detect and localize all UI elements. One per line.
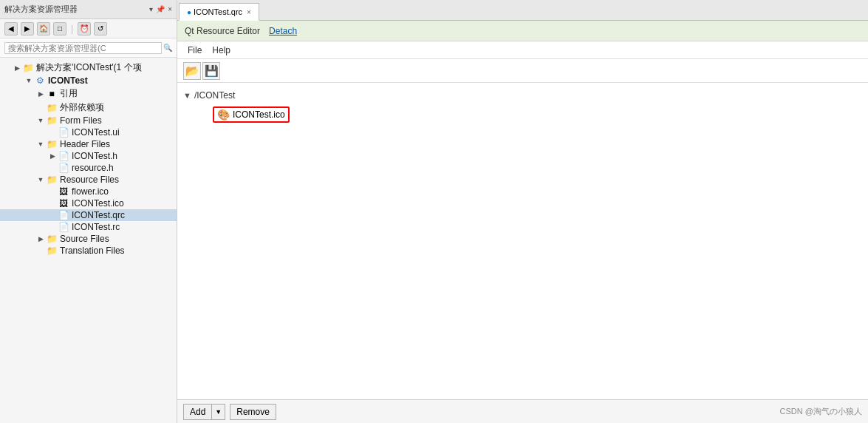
icontest-h-label: ICONTest.h <box>72 151 117 161</box>
menu-help[interactable]: Help <box>208 44 235 56</box>
tree-item-resource-h[interactable]: 📄 resource.h <box>0 162 177 174</box>
menu-file[interactable]: File <box>183 44 206 56</box>
undo-button[interactable]: ↺ <box>94 22 107 35</box>
resource-h-icon: 📄 <box>58 163 69 173</box>
resource-h-label: resource.h <box>72 163 114 173</box>
ui-file-icon: 📄 <box>58 127 69 138</box>
search-icon[interactable]: 🔍 <box>163 44 172 52</box>
project-item[interactable]: ▼ ⚙ ICONTest <box>0 75 177 87</box>
translation-folder-icon: 📁 <box>46 246 58 256</box>
source-arrow: ▶ <box>35 235 46 243</box>
tree-item-icontest-h[interactable]: ▶ 📄 ICONTest.h <box>0 150 177 162</box>
bottom-bar: Add ▼ Remove CSDN @淘气の小狼人 <box>177 399 868 423</box>
icontest-ico-label: ICONTest.ico <box>72 198 124 209</box>
tab-dot: ● <box>187 8 191 16</box>
flower-ico-label: flower.ico <box>72 186 109 197</box>
form-arrow: ▼ <box>35 117 46 124</box>
tab-label: ICONTest.qrc <box>194 7 242 16</box>
ref-label: 引用 <box>60 87 78 100</box>
form-folder-icon: 📁 <box>46 115 58 126</box>
ref-arrow: ▶ <box>35 90 46 98</box>
rc-file-icon: 📄 <box>58 222 69 232</box>
project-arrow: ▼ <box>24 77 34 84</box>
close-icon[interactable]: × <box>168 5 172 13</box>
tree-container: ▶ 📁 解决方案'ICONTest'(1 个项 ▼ ⚙ ICONTest ▶ ■… <box>0 58 177 423</box>
resource-content: ▼ /ICONTest 🎨 ICONTest.ico <box>177 83 868 399</box>
folder-open-icon: 📂 <box>185 64 199 78</box>
remove-button[interactable]: Remove <box>230 404 276 420</box>
solution-icon: 📁 <box>22 63 34 73</box>
right-panel: ● ICONTest.qrc × Qt Resource Editor Deta… <box>177 0 868 423</box>
solution-root-item[interactable]: ▶ 📁 解决方案'ICONTest'(1 个项 <box>0 61 177 75</box>
resource-folder-label: /ICONTest <box>194 90 235 101</box>
tree-item-icontest-ui[interactable]: 📄 ICONTest.ui <box>0 126 177 138</box>
tree-item-form-files[interactable]: ▼ 📁 Form Files <box>0 115 177 126</box>
tree-item-ref[interactable]: ▶ ■ 引用 <box>0 87 177 101</box>
history-button[interactable]: ⏰ <box>78 22 91 35</box>
search-bar: 🔍 <box>0 38 177 58</box>
home-button[interactable]: 🏠 <box>37 22 50 35</box>
add-dropdown-arrow[interactable]: ▼ <box>212 405 225 419</box>
dock-icon[interactable]: 📌 <box>156 5 165 13</box>
detach-link[interactable]: Detach <box>269 26 297 36</box>
source-files-label: Source Files <box>60 234 109 244</box>
menu-bar: File Help <box>177 41 868 59</box>
tab-bar: ● ICONTest.qrc × <box>177 0 868 21</box>
file-icon: 🎨 <box>217 109 230 121</box>
resource-folder-icon: 📁 <box>46 175 58 185</box>
header-arrow: ▼ <box>35 141 46 148</box>
resource-files-arrow: ▼ <box>35 176 46 183</box>
save-icon: 💾 <box>205 64 219 78</box>
ref-icon: ■ <box>46 89 58 99</box>
tree-item-translation-files[interactable]: 📁 Translation Files <box>0 245 177 257</box>
add-button[interactable]: Add ▼ <box>183 404 225 420</box>
tree-item-icontest-rc[interactable]: 📄 ICONTest.rc <box>0 221 177 233</box>
icontest-qrc-label: ICONTest.qrc <box>72 210 125 220</box>
highlighted-file-item[interactable]: 🎨 ICONTest.ico <box>213 106 290 123</box>
forward-button[interactable]: ▶ <box>21 22 34 35</box>
resource-file-row[interactable]: 🎨 ICONTest.ico <box>177 104 868 123</box>
search-input[interactable] <box>4 42 162 54</box>
left-toolbar: ◀ ▶ 🏠 □ | ⏰ ↺ <box>0 19 177 38</box>
add-button-label[interactable]: Add <box>184 405 212 419</box>
save-button[interactable]: 💾 <box>202 62 220 80</box>
translation-files-label: Translation Files <box>60 246 125 256</box>
editor-title: Qt Resource Editor <box>185 26 260 36</box>
watermark: CSDN @淘气の小狼人 <box>780 406 862 417</box>
tree-item-flower-ico[interactable]: 🖼 flower.ico <box>0 186 177 197</box>
resource-folder-arrow: ▼ <box>183 91 191 100</box>
tab-close-button[interactable]: × <box>247 8 251 16</box>
project-icon: ⚙ <box>34 75 46 86</box>
tree-item-header-files[interactable]: ▼ 📁 Header Files <box>0 138 177 150</box>
header-icon-group: ▾ 📌 × <box>149 5 172 13</box>
form-label: Form Files <box>60 115 102 126</box>
tree-item-icontest-qrc[interactable]: 📄 ICONTest.qrc <box>0 209 177 221</box>
open-folder-button[interactable]: 📂 <box>183 62 201 80</box>
flower-ico-icon: 🖼 <box>58 186 69 197</box>
icontest-ico-icon: 🖼 <box>58 198 69 209</box>
resource-editor-bar: Qt Resource Editor Detach <box>177 21 868 41</box>
refresh-button[interactable]: □ <box>53 22 66 35</box>
file-label: ICONTest.ico <box>233 109 285 120</box>
solution-explorer-header: 解决方案资源管理器 ▾ 📌 × <box>0 0 177 19</box>
tree-item-source-files[interactable]: ▶ 📁 Source Files <box>0 233 177 245</box>
pin-icon[interactable]: ▾ <box>149 5 153 13</box>
resource-files-label: Resource Files <box>60 175 119 185</box>
solution-explorer-title: 解决方案资源管理器 <box>4 4 78 15</box>
tree-item-external[interactable]: 📁 外部依赖项 <box>0 101 177 115</box>
tab-icontest-qrc[interactable]: ● ICONTest.qrc × <box>179 3 259 21</box>
back-button[interactable]: ◀ <box>4 22 18 35</box>
resource-folder-row[interactable]: ▼ /ICONTest <box>177 87 868 104</box>
icontest-ui-label: ICONTest.ui <box>72 127 120 138</box>
ext-label: 外部依赖项 <box>60 101 104 114</box>
h-file-icon: 📄 <box>58 151 69 161</box>
qrc-file-icon: 📄 <box>58 210 69 220</box>
header-folder-icon: 📁 <box>46 139 58 149</box>
solution-label: 解决方案'ICONTest'(1 个项 <box>36 61 142 74</box>
header-files-label: Header Files <box>60 139 110 149</box>
project-label: ICONTest <box>48 75 88 86</box>
tree-item-resource-files[interactable]: ▼ 📁 Resource Files <box>0 174 177 186</box>
file-toolbar: 📂 💾 <box>177 59 868 83</box>
ext-folder-icon: 📁 <box>46 103 58 113</box>
tree-item-icontest-ico[interactable]: 🖼 ICONTest.ico <box>0 197 177 209</box>
